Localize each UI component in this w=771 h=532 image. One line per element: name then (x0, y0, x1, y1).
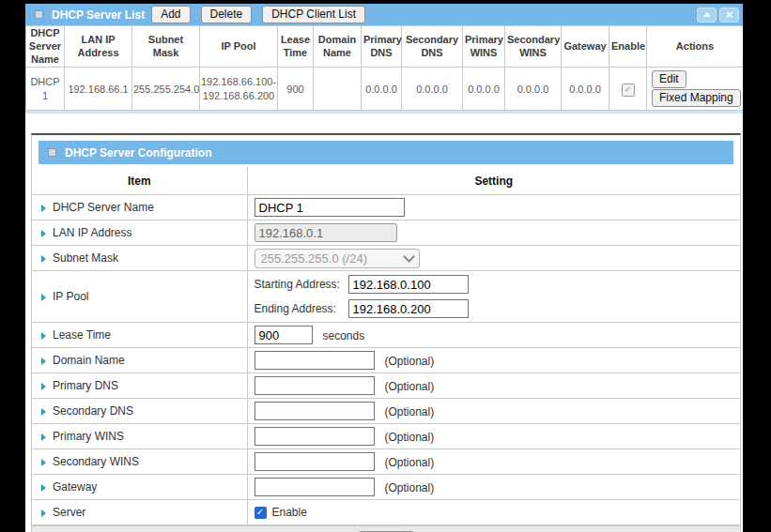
column-header-primary-dns: Primary DNS (362, 26, 402, 68)
cell-lan-ip: 192.168.66.1 (65, 68, 132, 111)
row-domain-name: Domain Name (Optional) (32, 348, 740, 373)
column-header-secondary-wins: Secondary WINS (505, 26, 562, 68)
item-arrow-icon (41, 433, 46, 441)
column-header-enable: Enable (609, 26, 647, 68)
item-arrow-icon (41, 459, 46, 466)
column-header-secondary-dns: Secondary DNS (402, 26, 463, 68)
edit-button[interactable]: Edit (652, 70, 686, 88)
column-header-dhcp-server-name: DHCP Server Name (26, 26, 65, 68)
table-row: DHCP 1 192.168.66.1 255.255.254.0 192.16… (26, 68, 744, 111)
cell-gateway: 0.0.0.0 (562, 68, 609, 111)
optional-label: (Optional) (385, 481, 435, 494)
config-footer: Save (32, 525, 740, 532)
delete-button[interactable]: Delete (201, 6, 253, 23)
gateway-input[interactable] (254, 478, 375, 496)
item-arrow-icon (41, 332, 46, 340)
optional-label: (Optional) (385, 355, 435, 368)
lease-time-input[interactable] (254, 326, 313, 344)
gateway-label-cell: Gateway (32, 475, 247, 500)
primary-wins-label-cell: Primary WINS (32, 424, 247, 449)
chevron-down-icon (403, 251, 415, 263)
row-enable-checkbox: ✓ (622, 84, 635, 97)
row-primary-wins: Primary WINS (Optional) (32, 424, 740, 449)
row-server: Server ✓ Enable (32, 500, 740, 525)
item-arrow-icon (41, 205, 46, 212)
server-enable-checkbox[interactable]: ✓ (254, 507, 267, 519)
row-dhcp-server-name: DHCP Server Name (32, 195, 740, 220)
starting-address-label: Starting Address: (254, 278, 348, 291)
column-header-lan-ip: LAN IP Address (65, 26, 132, 68)
server-enable-label: Enable (272, 506, 307, 519)
column-header-subnet-mask: Subnet Mask (132, 26, 200, 68)
domain-name-input[interactable] (254, 351, 375, 370)
item-arrow-icon (41, 408, 46, 416)
row-ip-pool: IP Pool Starting Address: Ending Address… (32, 271, 740, 323)
cell-lease-time: 900 (278, 68, 314, 111)
ip-pool-end-input[interactable] (348, 299, 469, 318)
fixed-mapping-button[interactable]: Fixed Mapping (652, 89, 741, 107)
item-arrow-icon (41, 484, 46, 492)
domain-name-label-cell: Domain Name (32, 348, 247, 373)
dhcp-list-table: DHCP Server Name LAN IP Address Subnet M… (25, 25, 743, 111)
item-arrow-icon (41, 509, 46, 517)
ip-pool-line1: 192.168.66.100- (201, 75, 276, 88)
table-bottom-strip (25, 111, 743, 114)
config-header-row: Item Setting (32, 167, 740, 195)
cell-ip-pool: 192.168.66.100- 192.168.66.200 (200, 68, 278, 111)
list-header-row: DHCP Server Name LAN IP Address Subnet M… (26, 26, 744, 68)
item-arrow-icon (41, 255, 46, 263)
window-controls: × (697, 8, 739, 23)
lease-time-units-label: seconds (323, 329, 365, 342)
column-header-gateway: Gateway (562, 26, 609, 68)
dhcp-list-title: DHCP Server List (52, 8, 145, 22)
dhcp-config-title: DHCP Server Configuration (65, 146, 211, 160)
cell-actions: Edit Fixed Mapping (647, 68, 744, 111)
dhcp-server-name-label-cell: DHCP Server Name (32, 195, 247, 220)
secondary-wins-label-cell: Secondary WINS (32, 449, 247, 475)
subnet-mask-label-cell: Subnet Mask (32, 246, 247, 271)
cell-secondary-dns: 0.0.0.0 (402, 68, 463, 111)
secondary-dns-input[interactable] (254, 402, 375, 420)
lan-ip-label-cell: LAN IP Address (32, 220, 247, 246)
dhcp-server-name-input[interactable] (254, 198, 405, 217)
optional-label: (Optional) (385, 380, 435, 393)
add-button[interactable]: Add (151, 6, 190, 23)
item-arrow-icon (41, 383, 46, 390)
primary-wins-input[interactable] (254, 427, 375, 446)
cell-subnet-mask: 255.255.254.0 (132, 68, 200, 111)
lease-time-label-cell: Lease Time (32, 323, 247, 348)
ip-pool-start-input[interactable] (348, 275, 469, 294)
row-lan-ip: LAN IP Address (32, 220, 740, 246)
row-secondary-wins: Secondary WINS (Optional) (32, 449, 740, 475)
primary-dns-input[interactable] (254, 376, 375, 395)
row-lease-time: Lease Time seconds (32, 323, 740, 348)
cell-secondary-wins: 0.0.0.0 (505, 68, 562, 111)
item-arrow-icon (41, 357, 46, 365)
dhcp-list-titlebar: DHCP Server List Add Delete DHCP Client … (25, 4, 743, 25)
dhcp-config-table: Item Setting DHCP Server Name LAN IP Add… (32, 167, 740, 525)
column-header-lease-time: Lease Time (278, 26, 314, 68)
column-header-ip-pool: IP Pool (200, 26, 278, 68)
server-label-cell: Server (32, 500, 247, 525)
cell-primary-dns: 0.0.0.0 (362, 68, 402, 111)
row-primary-dns: Primary DNS (Optional) (32, 373, 740, 399)
setting-header: Setting (247, 167, 740, 195)
item-arrow-icon (41, 294, 46, 301)
dhcp-config-titlebar: DHCP Server Configuration (39, 141, 733, 164)
dhcp-client-list-button[interactable]: DHCP Client List (262, 6, 365, 23)
item-header: Item (32, 167, 247, 195)
dhcp-server-list-panel: DHCP Server List Add Delete DHCP Client … (25, 4, 743, 114)
dhcp-config-panel: DHCP Server Configuration Item Setting D… (31, 133, 741, 532)
ip-pool-label-cell: IP Pool (32, 271, 247, 323)
optional-label: (Optional) (385, 431, 435, 444)
panel-square-icon (48, 148, 56, 157)
cell-domain-name (314, 68, 362, 111)
ending-address-label: Ending Address: (254, 302, 348, 315)
subnet-mask-select: 255.255.255.0 (/24) (254, 249, 420, 268)
ip-pool-line2: 192.168.66.200 (201, 89, 276, 102)
cell-enable: ✓ (609, 68, 647, 111)
collapse-button[interactable] (697, 8, 717, 23)
close-button[interactable]: × (719, 8, 739, 23)
item-arrow-icon (41, 230, 46, 237)
secondary-wins-input[interactable] (254, 452, 375, 471)
